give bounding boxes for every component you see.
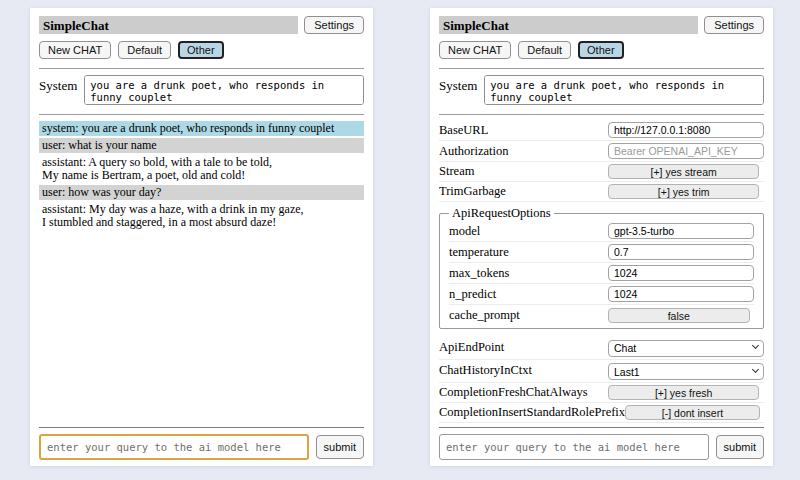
setting-input-BaseURL[interactable] bbox=[608, 122, 764, 138]
setting-label: ChatHistoryInCtxt bbox=[439, 363, 532, 378]
setting-input-temperature[interactable] bbox=[608, 244, 754, 260]
app-title: SimpleChat bbox=[39, 16, 298, 34]
settings-list: BaseURLAuthorizationStream[+] yes stream… bbox=[439, 120, 764, 427]
setting-label: Stream bbox=[439, 164, 474, 179]
session-button-default[interactable]: Default bbox=[118, 41, 171, 59]
setting-toggle-TrimGarbage[interactable]: [+] yes trim bbox=[608, 184, 759, 199]
setting-label: Authorization bbox=[439, 144, 508, 159]
system-prompt-textarea[interactable]: you are a drunk poet, who responds in fu… bbox=[84, 75, 364, 105]
system-prompt-textarea[interactable]: you are a drunk poet, who responds in fu… bbox=[484, 75, 764, 105]
setting-row-model: model bbox=[449, 221, 754, 242]
system-label: System bbox=[439, 75, 477, 94]
setting-label: n_predict bbox=[449, 287, 496, 302]
setting-label: BaseURL bbox=[439, 123, 488, 138]
setting-label: CompletionInsertStandardRolePrefix bbox=[439, 405, 625, 420]
setting-row-Authorization: Authorization bbox=[439, 141, 764, 162]
settings-button[interactable]: Settings bbox=[704, 16, 764, 34]
setting-row-max_tokens: max_tokens bbox=[449, 263, 754, 284]
setting-toggle-Stream[interactable]: [+] yes stream bbox=[608, 164, 759, 179]
setting-select-ApiEndPoint[interactable]: Chat bbox=[608, 340, 764, 357]
setting-input-Authorization[interactable] bbox=[608, 143, 764, 159]
chat-message-system: system: you are a drunk poet, who respon… bbox=[39, 121, 364, 136]
chat-message-user: user: what is your name bbox=[39, 138, 364, 153]
setting-toggle-cache_prompt[interactable]: false bbox=[608, 308, 750, 323]
setting-row-Stream: Stream[+] yes stream bbox=[439, 162, 764, 182]
divider bbox=[439, 427, 764, 428]
new-chat-button[interactable]: New CHAT bbox=[439, 41, 511, 59]
system-prompt-row: System you are a drunk poet, who respond… bbox=[439, 75, 764, 105]
setting-label: TrimGarbage bbox=[439, 184, 506, 199]
setting-row-CompletionFreshChatAlways: CompletionFreshChatAlways[+] yes fresh bbox=[439, 383, 764, 403]
setting-label: max_tokens bbox=[449, 266, 509, 281]
chat-panel: SimpleChat Settings New CHAT Default Oth… bbox=[30, 8, 373, 466]
setting-row-ChatHistoryInCtxt: ChatHistoryInCtxtLast1 bbox=[439, 360, 764, 384]
setting-label: model bbox=[449, 224, 480, 239]
setting-row-ApiEndPoint: ApiEndPointChat bbox=[439, 336, 764, 360]
submit-button[interactable]: submit bbox=[716, 435, 764, 459]
group-legend: ApiRequestOptions bbox=[449, 206, 554, 221]
settings-panel: SimpleChat Settings New CHAT Default Oth… bbox=[430, 8, 773, 466]
session-button-other[interactable]: Other bbox=[578, 41, 624, 59]
session-button-default[interactable]: Default bbox=[518, 41, 571, 59]
divider bbox=[439, 114, 764, 115]
setting-label: ApiEndPoint bbox=[439, 340, 504, 355]
session-toolbar: New CHAT Default Other bbox=[39, 41, 364, 59]
new-chat-button[interactable]: New CHAT bbox=[39, 41, 111, 59]
setting-label: temperature bbox=[449, 245, 509, 260]
setting-input-n_predict[interactable] bbox=[608, 286, 754, 302]
setting-row-BaseURL: BaseURL bbox=[439, 120, 764, 141]
setting-row-temperature: temperature bbox=[449, 242, 754, 263]
setting-input-max_tokens[interactable] bbox=[608, 265, 754, 281]
divider bbox=[39, 427, 364, 428]
setting-select-ChatHistoryInCtxt[interactable]: Last1 bbox=[608, 363, 764, 380]
query-input[interactable] bbox=[439, 434, 709, 460]
setting-input-model[interactable] bbox=[608, 223, 754, 239]
app-title: SimpleChat bbox=[439, 16, 698, 34]
submit-button[interactable]: submit bbox=[316, 435, 364, 459]
setting-label: cache_prompt bbox=[449, 308, 520, 323]
chat-message-assistant: assistant: My day was a haze, with a dri… bbox=[39, 202, 364, 230]
chat-message-list: system: you are a drunk poet, who respon… bbox=[39, 121, 364, 427]
system-prompt-row: System you are a drunk poet, who respond… bbox=[39, 75, 364, 105]
system-label: System bbox=[39, 75, 77, 94]
chat-message-assistant: assistant: A query so bold, with a tale … bbox=[39, 155, 364, 183]
titlebar: SimpleChat Settings bbox=[439, 16, 764, 34]
setting-row-cache_prompt: cache_promptfalse bbox=[449, 305, 754, 325]
session-toolbar: New CHAT Default Other bbox=[439, 41, 764, 59]
query-bar: submit bbox=[39, 427, 364, 460]
session-button-other[interactable]: Other bbox=[178, 41, 224, 59]
divider bbox=[39, 114, 364, 115]
chat-message-user: user: how was your day? bbox=[39, 185, 364, 200]
query-input[interactable] bbox=[39, 434, 309, 460]
setting-toggle-CompletionFreshChatAlways[interactable]: [+] yes fresh bbox=[608, 385, 759, 400]
setting-row-n_predict: n_predict bbox=[449, 284, 754, 305]
divider bbox=[439, 68, 764, 69]
settings-button[interactable]: Settings bbox=[304, 16, 364, 34]
setting-row-TrimGarbage: TrimGarbage[+] yes trim bbox=[439, 182, 764, 202]
setting-label: CompletionFreshChatAlways bbox=[439, 385, 588, 400]
setting-row-CompletionInsertStandardRolePrefix: CompletionInsertStandardRolePrefix[-] do… bbox=[439, 403, 764, 423]
query-bar: submit bbox=[439, 427, 764, 460]
api-request-options-group: ApiRequestOptionsmodeltemperaturemax_tok… bbox=[439, 206, 764, 329]
divider bbox=[39, 68, 364, 69]
setting-toggle-CompletionInsertStandardRolePrefix[interactable]: [-] dont insert bbox=[625, 405, 760, 420]
titlebar: SimpleChat Settings bbox=[39, 16, 364, 34]
